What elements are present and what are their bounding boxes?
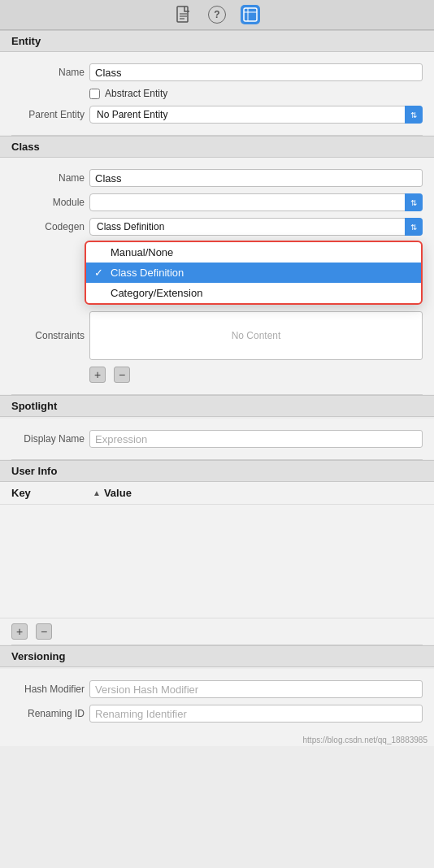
abstract-entity-row: Abstract Entity [0,85,434,102]
versioning-section-body: Hash Modifier Renaming ID [0,669,434,734]
abstract-entity-label: Abstract Entity [105,88,167,99]
entity-name-row: Name [0,60,434,85]
codegen-label: Codegen [11,221,85,232]
entity-name-input[interactable] [89,63,423,81]
versioning-section-header: Versioning [0,645,434,667]
parent-entity-select-wrapper: No Parent Entity ⇅ [89,106,423,124]
codegen-dropdown-popup: Manual/None ✓ Class Definition Category/… [85,241,423,305]
sort-arrow-icon: ▲ [93,488,101,497]
user-info-columns-row: Key ▲ Value [0,482,434,504]
abstract-entity-checkbox[interactable] [89,89,100,99]
display-name-row: Display Name [0,427,434,451]
hash-modifier-input[interactable] [89,680,423,698]
dropdown-option-class-definition[interactable]: ✓ Class Definition [86,263,421,283]
value-col-label: Value [104,487,132,499]
constraints-add-remove-row: + − [0,363,434,386]
class-name-label: Name [11,172,85,184]
checkmark-icon: ✓ [94,267,103,279]
help-icon[interactable]: ? [208,6,226,24]
user-info-section-header: User Info [0,460,434,482]
module-select-wrapper: ⇅ [89,193,423,211]
entity-section-header: Entity [0,30,434,52]
parent-entity-row: Parent Entity No Parent Entity ⇅ [0,102,434,127]
renaming-id-input[interactable] [89,705,423,723]
parent-entity-label: Parent Entity [11,109,85,120]
module-row: Module ⇅ [0,190,434,215]
constraints-label: Constraints [11,330,85,341]
codegen-select[interactable]: Class Definition [89,218,423,236]
hash-modifier-label: Hash Modifier [11,684,85,695]
user-info-add-button[interactable]: + [11,623,28,640]
spotlight-section-header: Spotlight [0,395,434,417]
dropdown-option-category-label: Category/Extension [111,287,202,299]
constraints-row: Constraints No Content [0,308,434,363]
key-column-header: Key [11,487,93,499]
dropdown-option-manual[interactable]: Manual/None [86,242,421,263]
user-info-empty-area [0,504,434,618]
main-content: Entity Name Abstract Entity Parent Entit… [0,30,434,746]
renaming-id-label: Renaming ID [11,708,85,719]
dropdown-option-category[interactable]: Category/Extension [86,283,421,303]
watermark: https://blog.csdn.net/qq_18883985 [0,734,434,746]
class-section-header: Class [0,136,434,158]
constraints-add-button[interactable]: + [89,367,106,383]
spotlight-section-body: Display Name [0,419,434,459]
constraints-remove-button[interactable]: − [114,367,130,383]
class-name-row: Name [0,166,434,190]
svg-rect-4 [244,8,257,21]
entity-name-label: Name [11,67,85,78]
renaming-id-row: Renaming ID [0,701,434,726]
codegen-row: Codegen Class Definition ⇅ [0,215,434,239]
codegen-select-wrapper: Class Definition ⇅ [89,218,423,236]
document-icon[interactable] [174,5,193,24]
dropdown-option-manual-label: Manual/None [111,246,173,258]
module-select[interactable] [89,193,423,211]
user-info-add-remove-row: + − [0,618,434,644]
parent-entity-select[interactable]: No Parent Entity [89,106,423,124]
dropdown-option-class-definition-label: Class Definition [111,267,184,279]
constraints-area: No Content [89,311,423,360]
class-section-body: Name Module ⇅ Codegen Class Definition ⇅ [0,158,434,394]
entity-section-body: Name Abstract Entity Parent Entity No Pa… [0,52,434,135]
module-label: Module [11,197,85,208]
blueprint-icon[interactable] [241,5,260,24]
no-content-text: No Content [232,330,281,341]
hash-modifier-row: Hash Modifier [0,677,434,701]
value-column-header: ▲ Value [93,487,132,499]
display-name-input[interactable] [89,430,423,448]
toolbar: ? [0,0,434,30]
user-info-remove-button[interactable]: − [36,623,52,640]
display-name-label: Display Name [11,433,85,445]
class-name-input[interactable] [89,169,423,187]
